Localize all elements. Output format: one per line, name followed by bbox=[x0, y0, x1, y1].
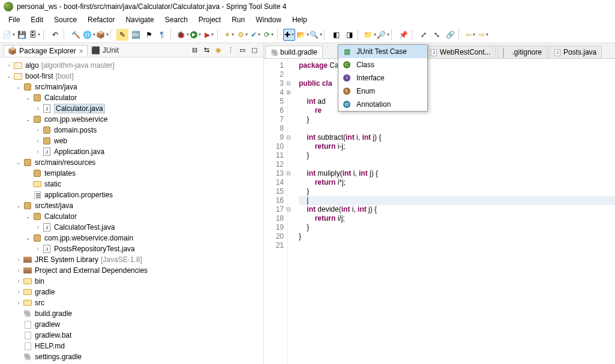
maximize-icon[interactable]: ▢ bbox=[249, 45, 260, 56]
back-button[interactable]: ⇦ bbox=[464, 29, 476, 41]
tree-item[interactable]: › J CalculatorTest.java bbox=[0, 222, 263, 233]
tree-item[interactable]: ⌄ boot-first [boot] bbox=[0, 71, 263, 82]
tab-junit[interactable]: ⬛ JUnit bbox=[88, 45, 122, 56]
focus-icon[interactable]: ◉ bbox=[213, 45, 224, 56]
debug-button[interactable]: 🐞 bbox=[176, 29, 188, 41]
line-number[interactable]: 4 bbox=[264, 88, 284, 97]
new-button[interactable]: 📄 bbox=[2, 29, 14, 41]
link-icon[interactable]: 🔗 bbox=[444, 29, 456, 41]
line-number[interactable]: 19 bbox=[264, 223, 284, 232]
code-line[interactable] bbox=[299, 241, 615, 250]
twisty-icon[interactable]: › bbox=[14, 278, 23, 284]
new-context-menu[interactable]: ▦ JUnit Test CaseC ClassI InterfaceE Enu… bbox=[338, 44, 428, 112]
tree-item[interactable]: › JRE System Library [JavaSE-1.8] bbox=[0, 254, 263, 265]
expand-icon[interactable]: ⤢ bbox=[418, 29, 430, 41]
menu-item-enum[interactable]: E Enum bbox=[338, 85, 427, 98]
project-tree[interactable]: › algo [algorithm-java master]⌄ boot-fir… bbox=[0, 58, 263, 364]
line-number[interactable]: 13 bbox=[264, 169, 284, 178]
tree-item[interactable]: ⌄ Calculator bbox=[0, 211, 263, 222]
tree-item[interactable]: › J Application.java bbox=[0, 146, 263, 157]
unknown-b-icon[interactable]: ◨ bbox=[343, 29, 355, 41]
tree-item[interactable]: › web bbox=[0, 136, 263, 146]
menu-item-annotation[interactable]: @ Annotation bbox=[338, 98, 427, 111]
tree-item[interactable]: › domain.posts bbox=[0, 125, 263, 136]
twisty-icon[interactable]: ⌄ bbox=[24, 213, 32, 219]
tree-item[interactable]: › algo [algorithm-java master] bbox=[0, 60, 263, 71]
code-line[interactable]: return i/j; bbox=[299, 214, 615, 223]
line-number[interactable]: 3 bbox=[264, 79, 284, 88]
tree-item[interactable]: ⌄ src/main/resources bbox=[0, 157, 263, 168]
save-all-button[interactable]: 🗄 bbox=[29, 29, 41, 41]
editor-tab[interactable]: .gitignore bbox=[497, 46, 547, 58]
twisty-icon[interactable]: · bbox=[14, 343, 23, 349]
run-button[interactable]: ▶ bbox=[190, 29, 202, 41]
code-line[interactable]: return i-j; bbox=[299, 142, 615, 151]
ext-tools-icon[interactable]: ⚙ bbox=[236, 29, 248, 41]
tree-item[interactable]: › J PostsRepositoryTest.java bbox=[0, 243, 263, 254]
twisty-icon[interactable]: › bbox=[34, 138, 42, 144]
pin-icon[interactable]: 📌 bbox=[397, 29, 409, 41]
run-config-icon[interactable]: ✶ bbox=[223, 29, 235, 41]
build-button[interactable]: 🔨 bbox=[70, 29, 82, 41]
tab-package-explorer[interactable]: 📦 Package Explorer ✕ bbox=[4, 45, 88, 56]
tree-item[interactable]: › gradle bbox=[0, 287, 263, 297]
twisty-icon[interactable]: › bbox=[34, 246, 42, 252]
twisty-icon[interactable]: · bbox=[24, 192, 32, 198]
open-type-icon[interactable]: 📂 bbox=[296, 29, 308, 41]
wand-icon[interactable]: ✎ bbox=[116, 29, 128, 41]
twisty-icon[interactable]: › bbox=[34, 149, 42, 155]
line-gutter[interactable]: 123456789101112131415161718192021 bbox=[264, 59, 288, 364]
menu-search[interactable]: Search bbox=[160, 14, 193, 25]
tree-item[interactable]: · application.properties bbox=[0, 189, 263, 200]
source-text[interactable]: package Capublic cla int ad re } int sub… bbox=[288, 59, 615, 364]
close-icon[interactable]: ✕ bbox=[79, 48, 83, 55]
tree-item[interactable]: ⌄ src/main/java bbox=[0, 82, 263, 92]
twisty-icon[interactable]: · bbox=[14, 332, 23, 338]
code-line[interactable]: int subtract(int i, int j) { bbox=[299, 133, 615, 142]
twisty-icon[interactable]: › bbox=[14, 289, 23, 295]
menu-project[interactable]: Project bbox=[194, 14, 226, 25]
twisty-icon[interactable]: ⌄ bbox=[5, 73, 13, 79]
menu-item-interface[interactable]: I Interface bbox=[338, 71, 427, 85]
new-wizard-icon[interactable]: ✚ bbox=[283, 29, 295, 41]
line-number[interactable]: 14 bbox=[264, 178, 284, 187]
line-number[interactable]: 11 bbox=[264, 151, 284, 160]
code-line[interactable]: return i*j; bbox=[299, 178, 615, 187]
editor-tab[interactable]: 🐘 build.gradle bbox=[265, 46, 323, 58]
menu-item-junit-test-case[interactable]: ▦ JUnit Test Case bbox=[338, 45, 427, 58]
code-line[interactable]: } bbox=[299, 187, 615, 196]
line-number[interactable]: 7 bbox=[264, 115, 284, 124]
twisty-icon[interactable]: › bbox=[14, 257, 23, 263]
tree-item[interactable]: ⌄ Calculator bbox=[0, 92, 263, 103]
collapse-icon[interactable]: ⤡ bbox=[431, 29, 443, 41]
tree-item[interactable]: ⌄ src/test/java bbox=[0, 200, 263, 211]
unknown-a-icon[interactable]: ◧ bbox=[330, 29, 342, 41]
forward-button[interactable]: ⇨ bbox=[478, 29, 490, 41]
para-icon[interactable]: ¶ bbox=[156, 29, 168, 41]
menu-item-class[interactable]: C Class bbox=[338, 58, 427, 71]
tree-item[interactable]: ⌄ com.jpp.webservice bbox=[0, 114, 263, 125]
nav-back-icon[interactable]: 📁 bbox=[364, 29, 376, 41]
tree-item[interactable]: · 🐘 settings.gradle bbox=[0, 351, 263, 362]
twisty-icon[interactable]: · bbox=[14, 354, 23, 360]
code-line[interactable] bbox=[299, 160, 615, 169]
link-editor-icon[interactable]: ⇆ bbox=[201, 45, 212, 56]
twisty-icon[interactable]: › bbox=[14, 300, 23, 306]
code-line[interactable]: | bbox=[299, 196, 615, 205]
twisty-icon[interactable]: ⌄ bbox=[14, 203, 23, 209]
minimize-icon[interactable]: ▭ bbox=[237, 45, 248, 56]
tree-item[interactable]: › bin bbox=[0, 276, 263, 287]
code-line[interactable]: } bbox=[299, 223, 615, 232]
menu-source[interactable]: Source bbox=[49, 14, 82, 25]
editor-tab[interactable]: J WebRestCont... bbox=[425, 46, 496, 58]
line-number[interactable]: 9 bbox=[264, 133, 284, 142]
package-icon[interactable]: 📦 bbox=[96, 29, 108, 41]
menu-file[interactable]: File bbox=[4, 14, 25, 25]
line-number[interactable]: 16 bbox=[264, 196, 284, 205]
twisty-icon[interactable]: · bbox=[24, 170, 32, 176]
menu-edit[interactable]: Edit bbox=[26, 14, 48, 25]
tree-item[interactable]: · templates bbox=[0, 168, 263, 179]
menu-run[interactable]: Run bbox=[227, 14, 250, 25]
line-number[interactable]: 8 bbox=[264, 124, 284, 133]
twisty-icon[interactable]: ⌄ bbox=[14, 84, 23, 90]
